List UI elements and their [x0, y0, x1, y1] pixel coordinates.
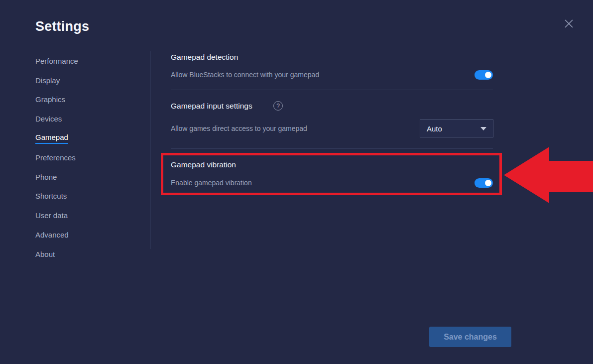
gamepad-vibration-toggle[interactable]: [474, 178, 493, 188]
toggle-knob: [485, 180, 491, 186]
dropdown-selected-value: Auto: [427, 124, 442, 133]
label-enable-gamepad-vibration: Enable gamepad vibration: [171, 179, 252, 187]
section-divider: [171, 148, 493, 149]
sidebar-item-display[interactable]: Display: [35, 71, 135, 90]
sidebar-item-user-data[interactable]: User data: [35, 206, 135, 225]
save-changes-button[interactable]: Save changes: [429, 327, 511, 347]
sidebar-item-preferences[interactable]: Preferences: [35, 148, 135, 167]
close-button[interactable]: [562, 17, 575, 30]
close-icon: [564, 19, 574, 28]
sidebar-item-graphics[interactable]: Graphics: [35, 90, 135, 110]
sidebar-item-devices[interactable]: Devices: [35, 109, 135, 128]
sidebar-item-gamepad[interactable]: Gamepad: [35, 128, 135, 148]
gamepad-detection-toggle[interactable]: [474, 70, 493, 80]
section-title-gamepad-detection: Gamepad detection: [171, 53, 238, 62]
label-direct-access-gamepad: Allow games direct access to your gamepa…: [171, 124, 307, 132]
gamepad-access-dropdown[interactable]: Auto: [420, 120, 493, 137]
section-title-gamepad-vibration: Gamepad vibration: [171, 160, 236, 169]
settings-window: Settings Performance Display Graphics De…: [0, 0, 593, 364]
sidebar-content-divider: [150, 51, 151, 249]
sidebar-item-advanced[interactable]: Advanced: [35, 225, 135, 244]
help-icon[interactable]: ?: [273, 101, 283, 111]
sidebar-item-shortcuts[interactable]: Shortcuts: [35, 187, 135, 206]
chevron-down-icon: [480, 127, 486, 130]
settings-sidebar: Performance Display Graphics Devices Gam…: [35, 51, 135, 264]
page-title: Settings: [35, 19, 89, 34]
sidebar-item-about[interactable]: About: [35, 244, 135, 264]
section-title-gamepad-input-settings: Gamepad input settings: [171, 102, 252, 111]
toggle-knob: [485, 72, 491, 78]
label-allow-connect-gamepad: Allow BlueStacks to connect with your ga…: [171, 71, 319, 79]
red-highlight-box: [161, 153, 502, 195]
section-divider: [171, 90, 493, 90]
sidebar-item-performance[interactable]: Performance: [35, 51, 135, 71]
sidebar-item-phone[interactable]: Phone: [35, 167, 135, 187]
red-arrow-icon: [501, 144, 593, 207]
